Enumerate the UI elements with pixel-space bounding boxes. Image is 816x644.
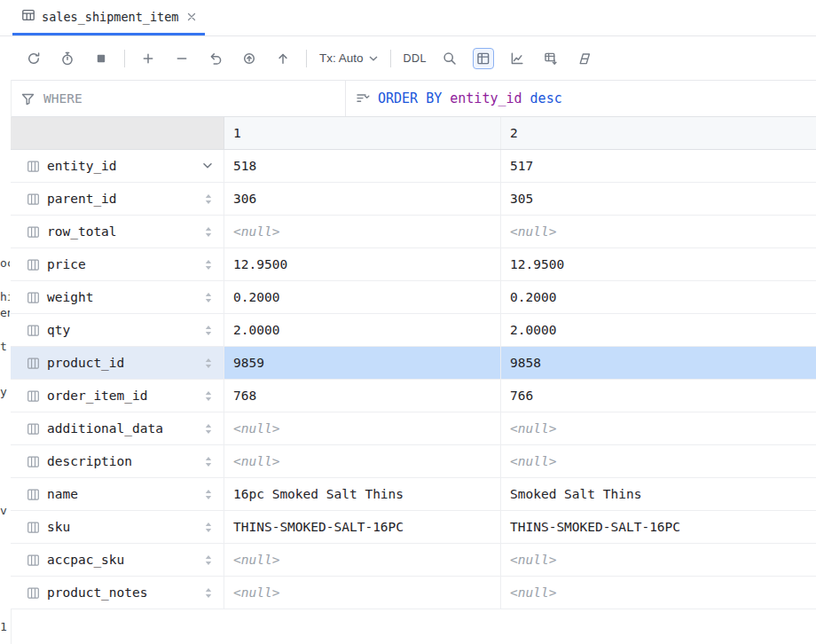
row-label: description: [47, 454, 132, 468]
cell-accpac_sku-1[interactable]: <null>: [224, 544, 501, 576]
cell-order_item_id-2[interactable]: 766: [501, 380, 816, 412]
column-icon: [27, 586, 40, 600]
table-row-name: name16pc Smoked Salt ThinsSmoked Salt Th…: [11, 478, 816, 511]
table-row-price: price12.950012.9500: [11, 248, 816, 281]
row-header-additional_data[interactable]: additional_data: [11, 412, 224, 444]
row-header-sku[interactable]: sku: [11, 511, 224, 543]
cell-parent_id-2[interactable]: 305: [501, 183, 816, 215]
column-header-2[interactable]: 2: [501, 117, 816, 149]
sort-toggle-icon[interactable]: [205, 489, 212, 500]
sort-toggle-icon[interactable]: [205, 357, 212, 369]
column-header-1[interactable]: 1: [224, 117, 501, 149]
export-icon: [543, 51, 559, 67]
sort-toggle-icon[interactable]: [205, 325, 212, 336]
cell-sku-1[interactable]: THINS-SMOKED-SALT-16PC: [224, 511, 501, 543]
transpose-toggle[interactable]: [473, 48, 494, 69]
delete-row-button[interactable]: [171, 48, 192, 69]
row-header-qty[interactable]: qty: [11, 314, 224, 346]
cell-additional_data-1[interactable]: <null>: [224, 412, 501, 444]
cell-price-2[interactable]: 12.9500: [501, 248, 816, 280]
cell-entity_id-2[interactable]: 517: [501, 150, 816, 182]
transpose-icon: [475, 51, 491, 67]
sort-toggle-icon[interactable]: [205, 193, 212, 205]
cell-product_notes-1[interactable]: <null>: [224, 577, 501, 609]
cell-qty-2[interactable]: 2.0000: [501, 314, 816, 346]
up-arrow-icon: [275, 51, 291, 67]
stop-button[interactable]: [90, 48, 112, 69]
row-label: name: [47, 487, 78, 501]
cell-name-1[interactable]: 16pc Smoked Salt Thins: [224, 478, 501, 510]
row-header-order_item_id[interactable]: order_item_id: [11, 380, 224, 412]
search-button[interactable]: [439, 48, 460, 69]
cell-product_id-2[interactable]: 9858: [501, 347, 816, 379]
stop-icon: [93, 51, 109, 67]
where-filter-field[interactable]: WHERE: [11, 81, 346, 116]
cell-parent_id-1[interactable]: 306: [224, 183, 501, 215]
close-icon[interactable]: [187, 12, 196, 21]
row-header-name[interactable]: name: [11, 478, 224, 510]
cell-name-2[interactable]: Smoked Salt Thins: [501, 478, 816, 510]
column-icon: [27, 324, 40, 337]
cell-product_notes-2[interactable]: <null>: [501, 577, 816, 609]
plus-icon: [140, 51, 156, 67]
cell-weight-2[interactable]: 0.2000: [501, 281, 816, 313]
row-label: order_item_id: [47, 389, 148, 403]
row-header-accpac_sku[interactable]: accpac_sku: [11, 544, 224, 576]
row-header-parent_id[interactable]: parent_id: [11, 183, 224, 215]
sort-toggle-icon[interactable]: [205, 423, 212, 435]
order-by-keyword: ORDER BY: [378, 90, 442, 106]
export-button[interactable]: [540, 48, 561, 69]
cell-order_item_id-1[interactable]: 768: [224, 380, 501, 412]
sort-toggle-icon[interactable]: [205, 259, 212, 271]
sort-toggle-icon[interactable]: [205, 554, 212, 566]
sort-toggle-icon[interactable]: [205, 522, 212, 533]
row-header-entity_id[interactable]: entity_id: [11, 150, 224, 182]
column-icon: [27, 258, 40, 271]
cell-sku-2[interactable]: THINS-SMOKED-SALT-16PC: [501, 511, 816, 543]
row-header-product_id[interactable]: product_id: [11, 347, 224, 379]
sort-toggle-icon[interactable]: [205, 587, 212, 599]
data-editor-toolbar: Tx: Auto DDL: [0, 36, 816, 80]
cell-weight-1[interactable]: 0.2000: [224, 281, 501, 313]
data-extractor-button[interactable]: [574, 48, 595, 69]
filter-sort-row: WHERE ORDER BY entity_id desc: [11, 80, 816, 117]
table-row-order_item_id: order_item_id768766: [11, 380, 816, 412]
chart-button[interactable]: [506, 48, 528, 69]
row-header-price[interactable]: price: [11, 248, 224, 280]
column-icon: [27, 357, 40, 370]
tab-sales-shipment-item[interactable]: sales_shipment_item: [12, 0, 205, 35]
cell-product_id-1[interactable]: 9859: [224, 347, 501, 379]
cell-additional_data-2[interactable]: <null>: [501, 412, 816, 444]
order-by-field[interactable]: ORDER BY entity_id desc: [346, 81, 816, 116]
cell-qty-1[interactable]: 2.0000: [224, 314, 501, 346]
tx-mode-dropdown[interactable]: Tx: Auto: [319, 51, 378, 65]
row-label: price: [47, 257, 86, 271]
sort-toggle-icon[interactable]: [205, 390, 212, 402]
revert-button[interactable]: [205, 48, 226, 69]
row-label: entity_id: [47, 159, 117, 173]
auto-refresh-button[interactable]: [57, 48, 78, 69]
cell-description-1[interactable]: <null>: [224, 445, 501, 477]
ddl-button[interactable]: DDL: [404, 52, 427, 65]
cell-row_total-2[interactable]: <null>: [501, 216, 816, 247]
sort-desc-icon[interactable]: [203, 163, 212, 169]
submit-button[interactable]: [272, 48, 294, 69]
sort-toggle-icon[interactable]: [205, 456, 212, 467]
column-icon: [27, 192, 40, 206]
cell-price-1[interactable]: 12.9500: [224, 248, 501, 280]
refresh-button[interactable]: [23, 48, 44, 69]
cell-description-2[interactable]: <null>: [501, 445, 816, 477]
row-header-product_notes[interactable]: product_notes: [11, 577, 224, 609]
grid-corner-cell[interactable]: [11, 117, 224, 149]
minus-icon: [174, 51, 190, 67]
cell-entity_id-1[interactable]: 518: [224, 150, 501, 182]
row-header-weight[interactable]: weight: [11, 281, 224, 313]
cell-accpac_sku-2[interactable]: <null>: [501, 544, 816, 576]
rollback-button[interactable]: [239, 48, 260, 69]
add-row-button[interactable]: [137, 48, 159, 69]
sort-toggle-icon[interactable]: [205, 226, 212, 238]
sort-toggle-icon[interactable]: [205, 292, 212, 303]
cell-row_total-1[interactable]: <null>: [224, 216, 501, 247]
row-header-description[interactable]: description: [11, 445, 224, 477]
row-header-row_total[interactable]: row_total: [11, 216, 224, 247]
